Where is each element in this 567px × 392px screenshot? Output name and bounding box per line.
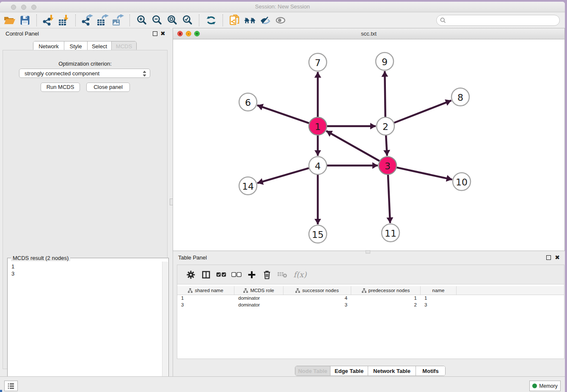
search-box[interactable] (436, 15, 560, 26)
function-builder-icon: f(x) (290, 268, 310, 282)
tab-style[interactable]: Style (64, 41, 88, 51)
zoom-out-icon[interactable] (149, 14, 165, 27)
optimization-criterion-label: Optimization criterion: (3, 61, 167, 67)
import-network-glyph (42, 14, 55, 26)
cell-shared-name: 3 (177, 302, 234, 309)
network-graph[interactable]: 7968124314101511 (173, 39, 564, 251)
graph-edge-1-6[interactable] (257, 105, 309, 123)
graph-node-label: 6 (245, 97, 251, 108)
result-scrollbar[interactable] (162, 262, 168, 392)
floppy-icon (20, 15, 30, 25)
graph-edge-3-10[interactable] (396, 168, 452, 179)
save-session-icon[interactable] (17, 14, 33, 27)
export-image-icon[interactable] (110, 14, 126, 27)
graph-node-label: 9 (382, 57, 388, 67)
graph-node-label: 2 (383, 121, 388, 132)
run-mcds-button[interactable]: Run MCDS (41, 83, 80, 92)
column-header-shared-name[interactable]: shared name (177, 286, 234, 295)
graph-edge-3-1[interactable] (326, 131, 380, 161)
column-header-mcds-role[interactable]: MCDS role (234, 286, 284, 295)
optimization-criterion-select[interactable]: strongly connected component (19, 69, 150, 78)
float-panel-icon[interactable] (153, 31, 157, 36)
birds-eye-view-icon[interactable] (273, 14, 288, 27)
control-panel-header: Control Panel ✖ (0, 28, 170, 39)
export-network-glyph (81, 14, 94, 26)
deselect-all-icon[interactable] (229, 268, 244, 282)
graph-edge-2-3[interactable] (386, 135, 387, 156)
desktop: Session: New Session (0, 0, 567, 392)
eye-slash-glyph (260, 16, 271, 25)
column-header-predecessor-nodes[interactable]: predecessor nodes (351, 286, 421, 295)
search-input[interactable] (449, 16, 556, 25)
result-line: 3 (11, 270, 162, 277)
cell-predecessor-nodes: 1 (351, 295, 421, 302)
node-table: shared name MCDS role successor nodes pr… (177, 286, 564, 309)
add-column-icon[interactable] (244, 268, 259, 282)
optimization-criterion-value: strongly connected component (25, 70, 99, 77)
export-table-glyph (96, 14, 109, 26)
table-close-icon[interactable]: ✖ (555, 254, 560, 261)
graph-node-label: 4 (315, 161, 321, 171)
network-document-icon[interactable] (227, 14, 242, 27)
tree-icon (295, 288, 300, 293)
column-header-successor-nodes[interactable]: successor nodes (284, 286, 351, 295)
table-toolbar: f(x) (177, 265, 564, 284)
graph-edge-4-14[interactable] (257, 168, 309, 183)
close-panel-button[interactable]: Close panel (86, 83, 130, 92)
mcds-result-text[interactable]: 1 3 (8, 262, 162, 392)
show-columns-icon[interactable] (198, 268, 214, 282)
task-history-button[interactable] (4, 381, 18, 391)
graph-node-label: 10 (456, 177, 468, 188)
zoom-selected-glyph (182, 15, 193, 26)
close-panel-icon[interactable]: ✖ (160, 30, 165, 37)
zoom-selected-icon[interactable] (180, 14, 195, 27)
tab-edge-table[interactable]: Edge Table (330, 366, 368, 375)
home-icon[interactable] (242, 14, 258, 27)
memory-button[interactable]: Memory (529, 381, 561, 391)
tab-network[interactable]: Network (33, 41, 64, 51)
table-panel-body: f(x) shared name MCDS role successor nod… (177, 265, 564, 359)
delete-table-icon (275, 268, 290, 282)
graph-edge-3-11[interactable] (388, 175, 390, 223)
export-table-icon[interactable] (95, 14, 110, 27)
result-line: 1 (11, 263, 162, 270)
network-document-glyph (229, 14, 240, 26)
tab-mcds[interactable]: MCDS (112, 41, 136, 51)
import-table-icon[interactable] (56, 14, 72, 27)
cell-predecessor-nodes: 2 (351, 302, 421, 309)
control-panel-title: Control Panel (6, 30, 39, 37)
table-header-row: shared name MCDS role successor nodes pr… (177, 286, 564, 295)
main-titlebar: Session: New Session (0, 2, 565, 12)
delete-icon[interactable] (259, 268, 275, 282)
graph-node-label: 14 (242, 181, 254, 192)
cell-shared-name: 1 (177, 295, 234, 302)
tab-select[interactable]: Select (88, 41, 112, 51)
desktop-corner (0, 390, 2, 392)
cell-successor-nodes: 4 (284, 295, 351, 302)
graph-edge-2-8[interactable] (394, 100, 451, 123)
table-panel-header: Table Panel ✖ (173, 252, 565, 263)
column-header-name[interactable]: name (421, 286, 457, 295)
open-file-icon[interactable] (2, 14, 17, 27)
window-title: Session: New Session (0, 3, 565, 10)
import-network-icon[interactable] (41, 14, 56, 27)
home-glyph (244, 16, 256, 25)
table-settings-icon[interactable] (183, 268, 198, 282)
table-float-icon[interactable] (546, 255, 551, 260)
table-row[interactable]: 3 dominator 3 2 3 (177, 302, 564, 309)
export-network-icon[interactable] (80, 14, 95, 27)
tab-motifs[interactable]: Motifs (416, 366, 445, 375)
network-titlebar[interactable]: x - + scc.txt (173, 28, 564, 39)
refresh-icon[interactable] (204, 14, 219, 27)
graph-edge-2-9[interactable] (385, 71, 385, 117)
graph-node-label: 7 (315, 58, 321, 68)
tab-node-table[interactable]: Node Table (295, 366, 330, 375)
zoom-fit-icon[interactable] (165, 14, 180, 27)
hide-graphics-details-icon[interactable] (258, 14, 273, 27)
memory-label: Memory (539, 383, 557, 389)
zoom-in-icon[interactable] (134, 14, 149, 27)
tab-network-table[interactable]: Network Table (368, 366, 416, 375)
select-all-icon[interactable] (214, 268, 229, 282)
table-panel-tabs: Node Table Edge Table Network Table Moti… (295, 366, 446, 376)
table-row[interactable]: 1 dominator 4 1 1 (177, 295, 564, 302)
